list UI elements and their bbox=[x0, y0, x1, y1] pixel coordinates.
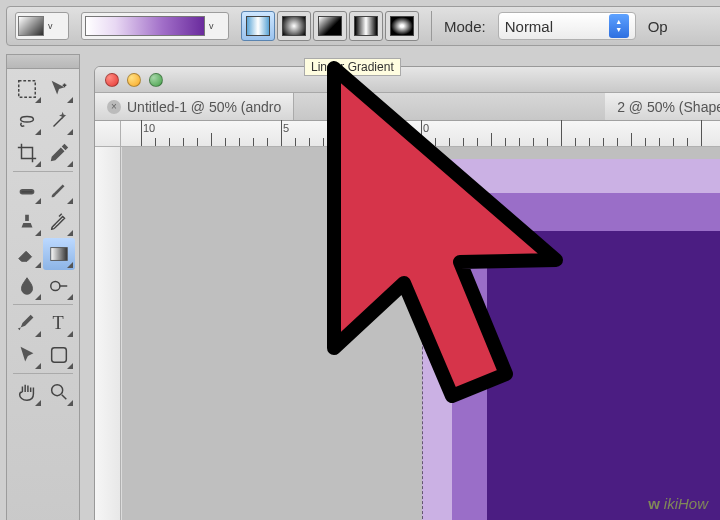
shape-tool[interactable] bbox=[43, 339, 75, 371]
document-tab-label: 2 @ 50% (Shape bbox=[617, 99, 720, 115]
move-tool[interactable] bbox=[43, 73, 75, 105]
gradient-type-group bbox=[241, 11, 419, 41]
document-tab-label: Untitled-1 @ 50% (andro bbox=[127, 99, 281, 115]
guide-line[interactable] bbox=[422, 147, 423, 520]
ruler-number: 10 bbox=[143, 122, 155, 134]
tools-panel-header[interactable] bbox=[7, 55, 79, 69]
tools-panel: T bbox=[6, 54, 80, 520]
mode-select[interactable]: Normal ▲▼ bbox=[498, 12, 636, 40]
blur-tool[interactable] bbox=[11, 270, 43, 302]
watermark: wikiHow bbox=[648, 495, 708, 512]
document-tab-2[interactable]: 2 @ 50% (Shape bbox=[605, 93, 720, 120]
close-window-icon[interactable] bbox=[105, 73, 119, 87]
vertical-ruler[interactable] bbox=[95, 147, 121, 520]
svg-text:T: T bbox=[53, 313, 64, 333]
svg-rect-2 bbox=[51, 248, 68, 261]
zoom-window-icon[interactable] bbox=[149, 73, 163, 87]
linear-gradient-button[interactable] bbox=[241, 11, 275, 41]
crop-tool[interactable] bbox=[11, 137, 43, 169]
tooltip: Linear Gradient bbox=[304, 58, 401, 76]
eraser-tool[interactable] bbox=[11, 238, 43, 270]
angle-gradient-button[interactable] bbox=[313, 11, 347, 41]
lasso-tool[interactable] bbox=[11, 105, 43, 137]
document-tab-1[interactable]: × Untitled-1 @ 50% (andro bbox=[95, 93, 294, 120]
pen-tool[interactable] bbox=[11, 307, 43, 339]
gradient-tool[interactable] bbox=[43, 238, 75, 270]
gradient-picker[interactable]: v bbox=[81, 12, 229, 40]
document-window: × Untitled-1 @ 50% (andro 2 @ 50% (Shape… bbox=[94, 66, 720, 520]
watermark-text: ikiHow bbox=[664, 495, 708, 512]
hand-tool[interactable] bbox=[11, 376, 43, 408]
svg-point-3 bbox=[51, 281, 60, 290]
radial-gradient-button[interactable] bbox=[277, 11, 311, 41]
eyedropper-tool[interactable] bbox=[43, 137, 75, 169]
dodge-tool[interactable] bbox=[43, 270, 75, 302]
opacity-label: Op bbox=[648, 18, 668, 35]
zoom-tool[interactable] bbox=[43, 376, 75, 408]
ruler-number: 5 bbox=[283, 122, 289, 134]
clone-stamp-tool[interactable] bbox=[11, 206, 43, 238]
mode-select-value: Normal bbox=[505, 18, 609, 35]
shape-layer bbox=[487, 231, 720, 520]
brush-tool[interactable] bbox=[43, 174, 75, 206]
svg-rect-0 bbox=[19, 81, 36, 98]
reflected-gradient-button[interactable] bbox=[349, 11, 383, 41]
type-tool[interactable]: T bbox=[43, 307, 75, 339]
mode-label: Mode: bbox=[444, 18, 486, 35]
chevron-down-icon: v bbox=[209, 21, 214, 31]
stepper-arrows-icon: ▲▼ bbox=[609, 14, 629, 38]
path-selection-tool[interactable] bbox=[11, 339, 43, 371]
svg-rect-5 bbox=[52, 348, 67, 363]
magic-wand-tool[interactable] bbox=[43, 105, 75, 137]
document-tabbar: × Untitled-1 @ 50% (andro 2 @ 50% (Shape bbox=[95, 93, 720, 121]
watermark-text: w bbox=[648, 495, 660, 512]
titlebar[interactable] bbox=[95, 67, 720, 93]
minimize-window-icon[interactable] bbox=[127, 73, 141, 87]
options-bar: v v Mode: Normal ▲▼ Op bbox=[6, 6, 720, 46]
diamond-gradient-button[interactable] bbox=[385, 11, 419, 41]
healing-brush-tool[interactable] bbox=[11, 174, 43, 206]
ruler-number: 0 bbox=[423, 122, 429, 134]
tool-preset-picker[interactable]: v bbox=[15, 12, 69, 40]
marquee-tool[interactable] bbox=[11, 73, 43, 105]
svg-point-6 bbox=[52, 385, 63, 396]
chevron-down-icon: v bbox=[48, 21, 53, 31]
tool-preset-swatch bbox=[18, 16, 44, 36]
horizontal-ruler[interactable]: 10 5 0 bbox=[121, 121, 720, 147]
close-tab-icon[interactable]: × bbox=[107, 100, 121, 114]
history-brush-tool[interactable] bbox=[43, 206, 75, 238]
gradient-preview-swatch bbox=[85, 16, 205, 36]
ruler-origin[interactable] bbox=[95, 121, 121, 147]
separator bbox=[431, 11, 432, 41]
canvas[interactable] bbox=[122, 147, 720, 520]
